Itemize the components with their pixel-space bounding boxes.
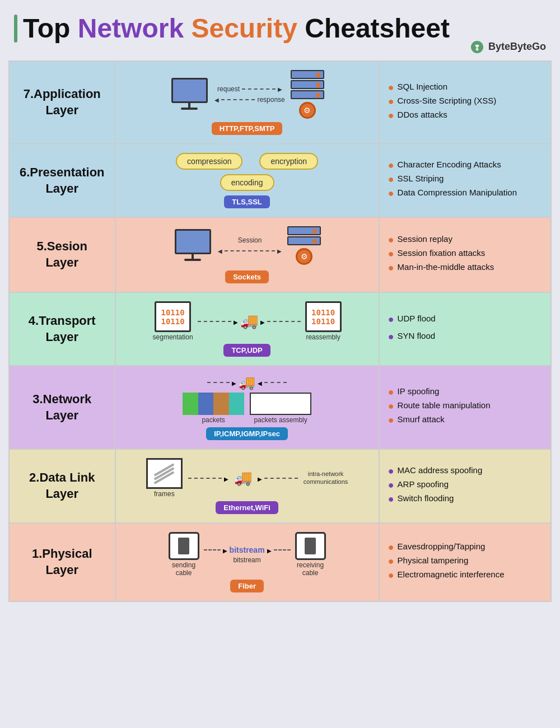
- layer-5-label-cell: 5.Sesion Layer: [9, 217, 115, 292]
- server-icon: ⚙: [291, 70, 324, 119]
- l4-arrow-line1: [198, 321, 231, 322]
- layer-5-attacks-cell: ●Session replay ●Session fixation attack…: [379, 217, 551, 292]
- layer-2-label-cell: 2.Data Link Layer: [9, 449, 115, 523]
- attack-item: ●SYN flood: [388, 331, 542, 342]
- layer-1-diagram: sendingcable bitstream bitstream: [122, 529, 373, 595]
- l4-reassembly: 10110 10110 reassembly: [305, 301, 342, 341]
- arrow-left-icon: [214, 96, 219, 104]
- attack-item: ●SSL Striping: [388, 174, 542, 184]
- attack-item: ●Session fixation attacks: [388, 248, 542, 259]
- layer-2-attacks-list: ●MAC address spoofing ●ARP spoofing ●Swi…: [385, 463, 545, 510]
- bullet: ●: [388, 235, 394, 245]
- attack-item: ●Data Compression Manipulation: [388, 188, 542, 198]
- layer-4-label-cell: 4.Transport Layer: [9, 292, 115, 366]
- data-block-right: 10110 10110: [305, 301, 342, 332]
- server-unit-l5-2: [287, 236, 321, 245]
- brand-text: ByteByteGo: [488, 41, 546, 52]
- server-unit-2: [291, 80, 324, 89]
- svg-point-1: [475, 48, 478, 51]
- bullet: ●: [388, 570, 394, 580]
- layer-5-label: 5.Sesion Layer: [15, 239, 109, 270]
- attack-item: ●Switch flooding: [388, 493, 542, 504]
- layer-1-attacks-cell: ●Eavesdropping/Tapping ●Physical tamperi…: [379, 523, 551, 601]
- l2-arrows: [188, 473, 228, 483]
- layer-7-row: 7.Application Layer: [9, 61, 551, 144]
- brand-icon: [471, 41, 483, 53]
- monitor-screen-l5: [175, 229, 211, 254]
- assembly-block: [250, 393, 311, 415]
- attack-item: ●IP spoofing: [388, 386, 542, 397]
- layer-3-attacks-list: ●IP spoofing ●Route table manipulation ●…: [385, 384, 545, 431]
- layer-2-diagram: frames 🚚 intra-network: [122, 455, 373, 517]
- bullet: ●: [388, 174, 394, 184]
- bullet: ●: [388, 466, 394, 476]
- layer-5-protocol-badge: Sockets: [225, 270, 269, 283]
- attack-item: ●DDos attacks: [388, 110, 542, 120]
- layer-6-diagram-cell: compression encryption encoding TLS,SSL: [115, 144, 379, 217]
- response-label: response: [257, 96, 284, 104]
- layer-4-label: 4.Transport Layer: [15, 313, 109, 345]
- truck-icon: 🚚: [240, 312, 258, 330]
- layer-7-label: 7.Application Layer: [15, 86, 109, 118]
- l2-arrows2: [258, 473, 298, 483]
- packets-label: packets: [202, 416, 225, 424]
- encoding-badge: encoding: [220, 174, 274, 191]
- bullet: ●: [388, 249, 394, 259]
- l5-visual: Session ⚙: [173, 226, 321, 265]
- attack-item: ●Smurf attack: [388, 414, 542, 425]
- receiving-label: receivingcable: [297, 561, 324, 577]
- monitor-base-l5: [184, 259, 201, 261]
- server-gear: ⚙: [299, 102, 316, 119]
- layer-3-diagram: 🚚: [122, 372, 373, 443]
- packets-block: [183, 393, 244, 415]
- monitor-stand-l5: [192, 254, 194, 259]
- truck-icon-l2: 🚚: [234, 469, 252, 487]
- arrow-right-l5: [277, 247, 282, 255]
- attack-item: ●Route table manipulation: [388, 400, 542, 411]
- session-arrows: Session: [218, 236, 282, 255]
- l7-visual: request response: [124, 70, 370, 119]
- l4-arrow-line2: [267, 321, 301, 322]
- bitstream-arrows: bitstream: [204, 545, 291, 555]
- cable-port-recv: [305, 538, 316, 554]
- layer-5-diagram-cell: Session ⚙: [115, 217, 379, 292]
- bullet: ●: [388, 263, 394, 273]
- layer-2-label: 2.Data Link Layer: [15, 470, 109, 502]
- layer-7-protocol-badge: HTTP,FTP,SMTP: [212, 122, 282, 135]
- l4-arrows: 🚚: [198, 312, 301, 330]
- layer-3-row: 3.Network Layer 🚚: [9, 366, 551, 449]
- frame-icon: [146, 458, 183, 489]
- layer-5-row: 5.Sesion Layer Session: [9, 217, 551, 292]
- layer-5-diagram: Session ⚙: [122, 223, 373, 286]
- l4-arrow-right2: [260, 316, 265, 326]
- layer-4-row: 4.Transport Layer 10110 10110 segmentati…: [9, 292, 551, 366]
- request-response-arrows: request response: [214, 85, 284, 104]
- encryption-badge: encryption: [259, 153, 318, 170]
- title-space: [184, 13, 191, 43]
- bullet: ●: [388, 494, 394, 504]
- assembly-visual: packets assembly: [250, 393, 311, 424]
- bullet: ●: [388, 542, 394, 552]
- attack-item: ●Man-in-the-middle attacks: [388, 262, 542, 273]
- assembly-label: packets assembly: [254, 416, 307, 424]
- request-arrow: request: [217, 85, 282, 93]
- l1-visual: sendingcable bitstream bitstream: [169, 532, 326, 577]
- layer-4-attacks-cell: ●UDP flood ●SYN flood: [379, 292, 551, 366]
- title-end: Cheatsheet: [297, 13, 450, 43]
- bullet: ●: [388, 401, 394, 411]
- layer-3-label: 3.Network Layer: [15, 391, 109, 423]
- l3-line1: [207, 382, 230, 383]
- request-line: [242, 88, 276, 90]
- compression-badge: compression: [176, 153, 242, 170]
- frames-col: frames: [146, 458, 183, 498]
- frame-lines: [153, 469, 175, 479]
- l6-ovals-row1: compression encryption: [176, 153, 318, 170]
- bullet: ●: [388, 415, 394, 425]
- bit-line1: [204, 549, 221, 550]
- arrow-right-icon: [278, 85, 282, 93]
- session-arrow-row: [218, 247, 282, 255]
- packet-blue: [198, 393, 214, 415]
- l2-truck-area: 🚚: [234, 469, 252, 487]
- layer-4-protocol-badge: TCP,UDP: [223, 344, 270, 357]
- session-line: [225, 250, 275, 251]
